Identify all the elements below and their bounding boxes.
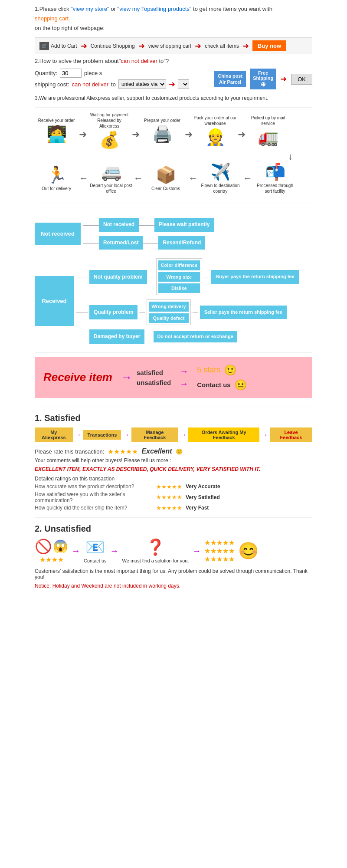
pink-words: satisfied unsatisfied [137, 369, 171, 386]
flow-step-9-icon: ✈️ [210, 162, 231, 181]
ratings-row-3: How quickly did the seller ship the item… [35, 505, 312, 511]
ok-button[interactable]: OK [291, 74, 312, 85]
section3: 3.We are professional Aliexpress seller,… [35, 95, 312, 101]
ratings-label-3: How quickly did the seller ship the item… [35, 505, 156, 511]
section2-title-text2: to"? [157, 58, 169, 64]
quality-subs: Wrong delivery Quality defect [147, 299, 190, 325]
bottom-text: Customers' satisfaction is the most impo… [35, 568, 312, 580]
unsat-result: ★★★★★ ★★★★★ ★★★★★ [204, 539, 235, 563]
email-icon: 📧 [85, 538, 105, 556]
ratings-row-2: How satisfied were you with the seller's… [35, 491, 312, 503]
ratings-value-3: Very Fast [186, 505, 209, 511]
flow-step-1: Receive your order 🧑‍💻 [35, 118, 78, 144]
cart-step-1: 🛒 Add to Cart [39, 42, 77, 50]
five-stars-text: 5 stars [197, 365, 220, 375]
divider-4 [35, 407, 312, 407]
flow-step-10-icon: 📬 [265, 162, 285, 181]
pink-title: Receive item [43, 371, 112, 384]
feedback-steps: My Aliexpress → Transactions → Manage Fe… [35, 427, 312, 442]
flow-step-2-icon: 💰 [99, 130, 120, 149]
shipping-method-select[interactable] [178, 79, 189, 89]
qty-label: Quantity: [35, 70, 57, 76]
received-branches: —— Not quality problem — Color differenc… [76, 258, 299, 343]
flow-top-row: Receive your order 🧑‍💻 ➜ Waiting for pay… [35, 112, 312, 149]
cart-step-2-label: Continue Shopping [91, 43, 135, 49]
china-post-box: China post Air Parcel [214, 71, 246, 87]
flow-step-7-label: Depart your local post office [89, 183, 133, 194]
flow-bottom-row: 🏃 Out for delivery ← 🚐 Depart your local… [35, 162, 312, 194]
flow-step-2: Waiting for payment Released by Aliexpre… [88, 112, 131, 149]
qty-input[interactable] [60, 69, 82, 78]
flow-arr-1: ➜ [78, 121, 88, 140]
unsat-step-2: 📧 Contact us [84, 538, 107, 563]
nr-branch1-box: Not received [99, 218, 139, 232]
buyer-pays-box: Buyer pays the return shipping fee [211, 270, 299, 283]
unsatisfied-section: 2. Unsatisfied 🚫 😱 ★★★★ → 📧 Contact us →… [35, 524, 312, 589]
can-not-deliver-ship: can not deliver [72, 81, 109, 88]
unsat-icons-row: 🚫 😱 [35, 538, 68, 555]
smiley-2: 😐 [234, 379, 247, 391]
pink-arrows: → → [180, 366, 188, 389]
flow-step-5-label: Picked up by mail service [246, 115, 290, 126]
shipping-select[interactable]: unied states via [118, 79, 166, 89]
cart-step-3-label: view shopping cart [148, 43, 191, 49]
quality-branch: —— Quality problem — Wrong delivery Qual… [76, 299, 299, 325]
qty-unit: piece s [84, 70, 102, 76]
nr-branch2: —— Returned/Lost —— Resend/Refund [83, 236, 214, 250]
unsat-step-3: ❓ We must find a solution for you. [122, 538, 189, 563]
flow-step-7: 🚐 Depart your local post office [89, 162, 133, 194]
contact-us-label: Contact us [84, 558, 107, 563]
rate-label: Please rate this transaction: [35, 448, 104, 455]
arrow-4: ➜ [242, 41, 249, 51]
fb-arrow-2: → [123, 431, 130, 439]
nr-branch2-result: Resend/Refund [158, 236, 205, 250]
stop-icon: 😱 [53, 539, 68, 553]
ratings-stars-2: ★★★★★ [156, 494, 182, 500]
quality-defect-box: Quality defect [149, 313, 188, 323]
free-shipping-box: FreeShipping ⊕ [250, 69, 276, 89]
pink-section: Receive item → satisfied unsatisfied → →… [35, 357, 312, 398]
flow-step-6-label: Out for delivery [42, 186, 71, 191]
smiley-1: 🙂 [224, 364, 237, 376]
satisfied-word: satisfied [137, 369, 171, 376]
flow-step-7-icon: 🚐 [101, 162, 121, 181]
flow-step-10-label: Processed through sort facility [253, 183, 297, 194]
flow-step-8-icon: 📦 [156, 165, 176, 184]
ship-label: shipping cost: [35, 81, 69, 88]
ok-arrow: ➜ [280, 74, 287, 84]
ratings-stars-1: ★★★★★ [156, 483, 182, 490]
cart-step-2: Continue Shopping [91, 43, 135, 49]
flow-arr-7: ← [187, 173, 199, 184]
arrow-3: ➜ [195, 41, 201, 51]
not-received-label: Not received [41, 230, 75, 237]
section2-left: Quantity: piece s shipping cost: can not… [35, 67, 206, 91]
excellent-quote: EXCELLENT ITEM, EXACTLY AS DESCRIBED, QU… [35, 466, 312, 472]
flow-section: Receive your order 🧑‍💻 ➜ Waiting for pay… [35, 112, 312, 194]
not-received-box: Not received [35, 223, 81, 245]
result-stars-1: ★★★★★ [204, 539, 235, 547]
no-return-box: Do not accept return or exchange [154, 331, 236, 342]
arrow-1: ➜ [81, 41, 87, 51]
not-received-block: Not received —— Not received —— Please w… [35, 207, 312, 250]
flow-step-4-icon: 👷 [205, 128, 226, 147]
unsat-arrow-2: → [110, 546, 119, 556]
buy-now-button[interactable]: Buy now [252, 40, 286, 51]
unsat-flow: 🚫 😱 ★★★★ → 📧 Contact us → ❓ We must find… [35, 538, 312, 564]
nr-branch1: —— Not received —— Please wait patiently [83, 218, 214, 232]
nr-branch1-result: Please wait patiently [154, 218, 214, 232]
rate-stars: ★★★★★ [108, 447, 138, 456]
can-not-deliver-text: can not deliver [121, 58, 157, 64]
cart-step-1-label: Add to Cart [51, 43, 77, 49]
section1-text1: 1.Please click [35, 6, 71, 12]
ratings-value-1: Very Accurate [186, 483, 220, 490]
unsat-step-1: 🚫 😱 ★★★★ [35, 538, 68, 564]
received-main: Received —— Not quality problem — Color … [35, 258, 299, 343]
unsatisfied-word: unsatisfied [137, 379, 171, 386]
pink-results: 5 stars 🙂 Contact us 😐 [197, 364, 247, 391]
view-store-link[interactable]: "view my store" [71, 6, 109, 12]
cart-steps-bar: 🛒 Add to Cart ➜ Continue Shopping ➜ view… [35, 37, 312, 54]
flow-step-4: Pack your order at our warehouse 👷 [193, 115, 237, 147]
section1-text3: to get more items you want with [193, 6, 272, 12]
excellent-text: Excellent [141, 447, 172, 455]
topselling-link[interactable]: "view my Topselling products" [118, 6, 192, 12]
